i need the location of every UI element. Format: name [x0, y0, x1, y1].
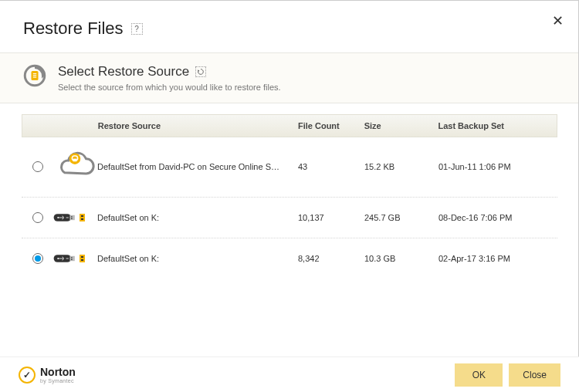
svg-rect-18 [71, 259, 73, 259]
row-radio[interactable] [32, 212, 43, 223]
restore-source-icon [23, 64, 46, 92]
section-title: Select Restore Source [58, 64, 189, 79]
svg-rect-17 [71, 257, 73, 258]
table-header: Restore Source File Count Size Last Back… [22, 114, 557, 137]
brand-name: Norton [40, 367, 76, 377]
table-row[interactable]: DefaultSet on K:10,137245.7 GB08-Dec-16 … [22, 198, 557, 238]
brand-byline: by Symantec [40, 378, 76, 384]
table-row[interactable]: DefaultSet from David-PC on Secure Onlin… [22, 137, 557, 198]
footer: Norton by Symantec OK Close [0, 357, 579, 392]
usb-drive-icon [52, 211, 97, 224]
restore-source-name: DefaultSet on K: [97, 254, 298, 263]
refresh-icon[interactable] [195, 66, 206, 77]
check-icon [19, 367, 36, 384]
restore-source-name: DefaultSet on K: [97, 213, 298, 222]
svg-point-19 [57, 258, 59, 259]
size-value: 15.2 KB [364, 162, 438, 171]
svg-rect-16 [69, 255, 74, 260]
svg-rect-13 [71, 218, 73, 218]
ok-button[interactable]: OK [455, 363, 503, 387]
restore-source-name: DefaultSet from David-PC on Secure Onlin… [97, 162, 298, 171]
size-value: 245.7 GB [364, 213, 438, 222]
col-restore-source: Restore Source [98, 121, 298, 130]
file-count-value: 10,137 [298, 213, 364, 222]
cloud-storage-icon [52, 151, 97, 183]
last-backup-value: 08-Dec-16 7:06 PM [438, 213, 557, 222]
section-header: Select Restore Source Select the source … [0, 52, 579, 103]
svg-rect-11 [69, 215, 74, 219]
help-icon[interactable]: ? [131, 23, 143, 35]
size-value: 10.3 GB [364, 254, 438, 263]
svg-rect-3 [33, 73, 37, 74]
col-file-count: File Count [298, 121, 364, 130]
last-backup-value: 01-Jun-11 1:06 PM [438, 162, 557, 171]
svg-rect-12 [71, 216, 73, 217]
close-icon[interactable]: ✕ [552, 12, 564, 29]
usb-drive-icon [52, 252, 97, 265]
col-last-backup: Last Backup Set [438, 121, 557, 130]
norton-logo: Norton by Symantec [19, 367, 76, 384]
svg-rect-5 [33, 77, 37, 78]
file-count-value: 43 [298, 162, 364, 171]
table-row[interactable]: DefaultSet on K:8,34210.3 GB02-Apr-17 3:… [22, 238, 557, 279]
svg-rect-4 [33, 75, 37, 76]
svg-rect-9 [73, 159, 77, 162]
restore-source-table: Restore Source File Count Size Last Back… [22, 114, 557, 279]
page-title: Restore Files [23, 19, 124, 39]
row-radio[interactable] [32, 253, 43, 264]
file-count-value: 8,342 [298, 254, 364, 263]
title-bar: Restore Files ? [0, 2, 579, 52]
row-radio[interactable] [32, 161, 43, 172]
col-size: Size [364, 121, 438, 130]
section-subtitle: Select the source from which you would l… [58, 83, 281, 92]
last-backup-value: 02-Apr-17 3:16 PM [438, 254, 557, 263]
close-button[interactable]: Close [509, 363, 560, 387]
svg-point-14 [57, 217, 59, 218]
